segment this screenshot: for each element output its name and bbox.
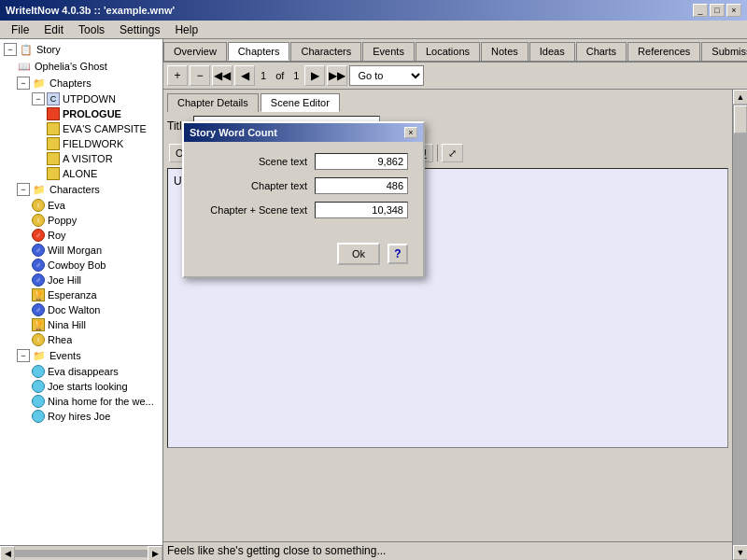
chapter-icon: C	[47, 92, 60, 105]
sidebar-label-roy: Roy	[48, 230, 66, 241]
sidebar-label-nina-home: Nina home for the we...	[48, 396, 154, 407]
menu-tools[interactable]: Tools	[71, 21, 112, 38]
sidebar-item-fieldwork[interactable]: FIELDWORK	[2, 136, 161, 151]
tree: − 📋 Story 📖 Ophelia's Ghost − 📁 Chapters	[0, 39, 162, 426]
tab-overview[interactable]: Overview	[163, 42, 227, 61]
prev-button[interactable]: ◀	[234, 65, 255, 86]
content-right: Overview Chapters Characters Events Loca…	[163, 39, 747, 560]
will-morgan-icon: ♂	[32, 244, 45, 257]
sidebar-item-rhea[interactable]: ♀ Rhea	[2, 332, 161, 347]
sidebar-item-a-visitor[interactable]: A VISITOR	[2, 151, 161, 166]
menu-bar: File Edit Tools Settings Help	[0, 21, 747, 39]
sidebar-item-will-morgan[interactable]: ♂ Will Morgan	[2, 243, 161, 258]
sidebar-item-nina-hill[interactable]: 🏆 Nina Hill	[2, 317, 161, 332]
sidebar: − 📋 Story 📖 Ophelia's Ghost − 📁 Chapters	[0, 39, 163, 560]
sidebar-item-characters-folder[interactable]: − 📁 Characters	[2, 181, 161, 198]
expander-events[interactable]: −	[17, 349, 30, 362]
expander-characters[interactable]: −	[17, 183, 30, 196]
expander-utpdown[interactable]: −	[32, 92, 45, 105]
minimize-button[interactable]: _	[693, 4, 708, 17]
sidebar-label-utpdown: UTPDOWN	[63, 93, 116, 105]
hscroll-right-btn[interactable]: ▶	[148, 546, 162, 561]
nina-hill-icon: 🏆	[32, 318, 45, 331]
roy-icon: ♂	[32, 229, 45, 242]
menu-file[interactable]: File	[4, 21, 36, 38]
vscroll-down-btn[interactable]: ▼	[733, 545, 747, 560]
tab-references[interactable]: References	[627, 42, 700, 61]
event-eva-icon	[32, 365, 45, 378]
sidebar-item-cowboy-bob[interactable]: ♂ Cowboy Bob	[2, 258, 161, 273]
sidebar-item-roy-hires[interactable]: Roy hires Joe	[2, 409, 161, 424]
tab-submissions[interactable]: Submissions	[701, 42, 747, 61]
sidebar-label-nina-hill: Nina Hill	[48, 319, 86, 330]
sidebar-item-poppy[interactable]: ♀ Poppy	[2, 213, 161, 228]
maximize-button[interactable]: □	[710, 4, 725, 17]
content-area: Chapter Details Scene Editor Title Optio…	[163, 90, 732, 560]
menu-settings[interactable]: Settings	[112, 21, 167, 38]
content-scrollable: Chapter Details Scene Editor Title Optio…	[163, 90, 747, 560]
sidebar-label-evas-campsite: EVA'S CAMPSITE	[63, 123, 147, 134]
sidebar-item-eva-disappears[interactable]: Eva disappears	[2, 364, 161, 379]
modal-title-bar: Story Word Count ×	[184, 123, 423, 142]
next-next-button[interactable]: ▶▶	[327, 65, 347, 86]
close-button[interactable]: ×	[726, 4, 741, 17]
expander-story[interactable]: −	[4, 43, 17, 56]
help-button[interactable]: ?	[388, 244, 408, 264]
chapter-text-value	[315, 177, 408, 194]
sidebar-item-joe-hill[interactable]: ♂ Joe Hill	[2, 273, 161, 287]
sidebar-item-story[interactable]: − 📋 Story	[2, 41, 161, 58]
sidebar-label-poppy: Poppy	[48, 215, 77, 226]
events-folder-icon: 📁	[32, 348, 47, 363]
remove-button[interactable]: −	[190, 65, 210, 86]
sidebar-item-eva[interactable]: ♀ Eva	[2, 198, 161, 213]
add-button[interactable]: +	[167, 65, 188, 86]
event-joe-icon	[32, 380, 45, 393]
sidebar-hscroll: ◀ ▶	[0, 545, 162, 560]
modal-close-button[interactable]: ×	[404, 127, 417, 138]
tab-notes[interactable]: Notes	[481, 42, 529, 61]
vscroll-thumb[interactable]	[734, 105, 747, 133]
sidebar-item-chapters[interactable]: − 📁 Chapters	[2, 75, 161, 91]
sidebar-label-prologue: PROLOGUE	[63, 108, 121, 119]
tab-characters[interactable]: Characters	[290, 42, 361, 61]
sub-tab-scene-editor[interactable]: Scene Editor	[261, 93, 340, 112]
tab-ideas[interactable]: Ideas	[529, 42, 575, 61]
sidebar-item-nina-home[interactable]: Nina home for the we...	[2, 394, 161, 409]
vscroll-track[interactable]	[733, 105, 747, 545]
tab-charts[interactable]: Charts	[576, 42, 627, 61]
tab-locations[interactable]: Locations	[416, 42, 480, 61]
sidebar-item-utpdown[interactable]: − C UTPDOWN	[2, 91, 161, 106]
hscroll-track[interactable]	[15, 550, 148, 557]
window-title: WriteItNow 4.0.3b :: 'example.wnw'	[6, 5, 175, 16]
sidebar-item-evas-campsite[interactable]: EVA'S CAMPSITE	[2, 121, 161, 136]
prev-prev-button[interactable]: ◀◀	[212, 65, 233, 86]
bottom-text: Feels like she's getting close to someth…	[167, 544, 386, 557]
sidebar-item-roy[interactable]: ♂ Roy	[2, 228, 161, 243]
vscroll-up-btn[interactable]: ▲	[733, 90, 747, 105]
combined-label: Chapter + Scene text	[199, 204, 315, 216]
sidebar-label-ophelias-ghost: Ophelia's Ghost	[35, 61, 107, 72]
sidebar-item-events-folder[interactable]: − 📁 Events	[2, 347, 161, 364]
sub-tab-chapter-details[interactable]: Chapter Details	[167, 93, 259, 112]
tab-events[interactable]: Events	[362, 42, 415, 61]
eva-icon: ♀	[32, 199, 45, 212]
sidebar-label-fieldwork: FIELDWORK	[63, 138, 123, 149]
joe-hill-icon: ♂	[32, 273, 45, 287]
goto-select[interactable]: Go to PROLOGUE EVA'S CAMPSITE FIELDWORK …	[349, 65, 424, 86]
sidebar-item-esperanza[interactable]: 🏆 Esperanza	[2, 287, 161, 302]
tab-bar: Overview Chapters Characters Events Loca…	[163, 39, 747, 63]
expander-chapters[interactable]: −	[17, 77, 30, 90]
ok-button[interactable]: Ok	[337, 243, 380, 265]
sidebar-item-joe-starts[interactable]: Joe starts looking	[2, 379, 161, 394]
sidebar-item-alone[interactable]: ALONE	[2, 166, 161, 181]
sidebar-item-prologue[interactable]: PROLOGUE	[2, 106, 161, 121]
sidebar-label-joe-hill: Joe Hill	[48, 274, 81, 286]
sidebar-label-eva-disappears: Eva disappears	[48, 366, 119, 377]
menu-help[interactable]: Help	[167, 21, 205, 38]
tab-chapters[interactable]: Chapters	[228, 42, 290, 61]
sidebar-item-ophelias-ghost[interactable]: 📖 Ophelia's Ghost	[2, 58, 161, 75]
menu-edit[interactable]: Edit	[36, 21, 71, 38]
hscroll-left-btn[interactable]: ◀	[0, 546, 15, 561]
next-button[interactable]: ▶	[304, 65, 325, 86]
sidebar-item-doc-walton[interactable]: ♂ Doc Walton	[2, 302, 161, 317]
